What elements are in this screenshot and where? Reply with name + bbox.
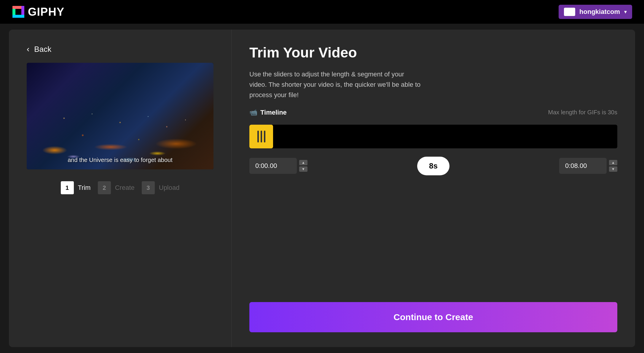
start-time-down[interactable]: ▼ (299, 166, 307, 172)
handle-line-1 (257, 131, 259, 142)
max-length-text: Max length for GIFs is 30s (548, 109, 617, 116)
user-name: hongkiatcom (579, 8, 620, 16)
step-1-number: 1 (61, 181, 74, 194)
trim-title: Trim Your Video (249, 44, 617, 61)
avatar-icon: ▣ (568, 9, 572, 15)
logo: GIPHY (12, 5, 64, 18)
handle-line-3 (264, 131, 265, 142)
end-time-group: 0:08.00 ▲ ▼ (559, 158, 617, 174)
giphy-logo-icon (12, 5, 25, 18)
camera-icon: 📹 (249, 109, 257, 116)
duration-badge: 8s (417, 157, 449, 175)
start-time-display: 0:00.00 (249, 158, 297, 174)
step-3: 3 Upload (142, 181, 180, 194)
end-time-spinners[interactable]: ▲ ▼ (609, 160, 617, 172)
time-controls: 0:00.00 ▲ ▼ 8s 0:08.00 ▲ ▼ (249, 157, 617, 175)
back-arrow-icon: ‹ (27, 44, 29, 54)
step-3-number: 3 (142, 181, 155, 194)
video-preview: and the Universe is easy to forget about (27, 63, 213, 169)
steps-indicator: 1 Trim 2 Create 3 Upload (27, 178, 213, 194)
logo-text: GIPHY (28, 6, 64, 18)
end-time-value: 0:08.00 (565, 162, 587, 170)
chevron-down-icon: ▾ (624, 9, 627, 15)
end-time-display: 0:08.00 (559, 158, 607, 174)
main-content: ‹ Back and the Universe is easy to forge… (9, 30, 635, 347)
step-1: 1 Trim (61, 181, 91, 194)
timeline-header: 📹 Timeline Max length for GIFs is 30s (249, 109, 617, 116)
continue-to-create-button[interactable]: Continue to Create (249, 302, 617, 332)
start-time-group: 0:00.00 ▲ ▼ (249, 158, 307, 174)
timeline-label-text: Timeline (260, 109, 287, 116)
video-thumbnail (27, 63, 213, 169)
step-2-number: 2 (98, 181, 111, 194)
city-lights-overlay (27, 63, 213, 169)
avatar: ▣ (564, 8, 575, 16)
timeline-handle[interactable] (249, 125, 273, 148)
start-time-value: 0:00.00 (255, 162, 277, 170)
end-time-down[interactable]: ▼ (609, 166, 617, 172)
start-time-spinners[interactable]: ▲ ▼ (299, 160, 307, 172)
timeline-handle-lines (257, 131, 265, 142)
end-time-up[interactable]: ▲ (609, 160, 617, 165)
step-3-label: Upload (159, 184, 180, 192)
right-panel: Trim Your Video Use the sliders to adjus… (231, 30, 635, 347)
back-label: Back (34, 45, 51, 54)
svg-rect-3 (12, 15, 24, 18)
step-2-label: Create (115, 184, 135, 192)
timeline-label: 📹 Timeline (249, 109, 287, 116)
header: GIPHY ▣ hongkiatcom ▾ (0, 0, 644, 24)
start-time-up[interactable]: ▲ (299, 160, 307, 165)
timeline-bar[interactable] (249, 125, 617, 148)
trim-description: Use the sliders to adjust the length & s… (249, 69, 421, 100)
left-panel: ‹ Back and the Universe is easy to forge… (9, 30, 231, 347)
video-subtitle: and the Universe is easy to forget about (68, 157, 173, 163)
back-button[interactable]: ‹ Back (27, 44, 51, 54)
handle-line-2 (261, 131, 262, 142)
step-2: 2 Create (98, 181, 135, 194)
step-1-label: Trim (78, 184, 91, 192)
user-menu[interactable]: ▣ hongkiatcom ▾ (559, 5, 632, 19)
